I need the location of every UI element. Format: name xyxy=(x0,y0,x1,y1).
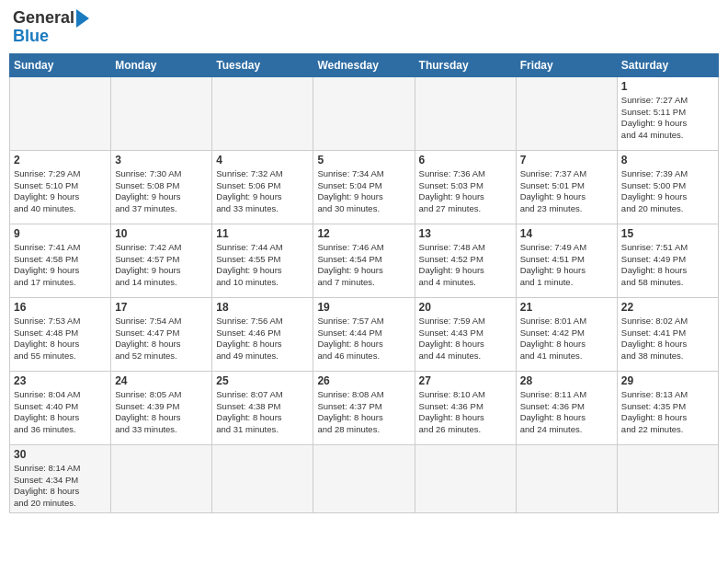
day-number: 9 xyxy=(14,227,107,240)
day-cell: 18Sunrise: 7:56 AM Sunset: 4:46 PM Dayli… xyxy=(212,297,313,371)
day-info: Sunrise: 7:37 AM Sunset: 5:01 PM Dayligh… xyxy=(520,168,586,213)
day-number: 16 xyxy=(14,301,107,314)
day-number: 12 xyxy=(317,227,410,240)
day-number: 18 xyxy=(216,301,309,314)
week-row-1: 1Sunrise: 7:27 AM Sunset: 5:11 PM Daylig… xyxy=(10,76,719,150)
day-info: Sunrise: 7:53 AM Sunset: 4:48 PM Dayligh… xyxy=(14,316,80,361)
logo-triangle-icon xyxy=(76,9,89,28)
day-cell: 9Sunrise: 7:41 AM Sunset: 4:58 PM Daylig… xyxy=(10,224,111,297)
day-info: Sunrise: 8:11 AM Sunset: 4:36 PM Dayligh… xyxy=(520,389,586,434)
day-cell xyxy=(111,444,212,512)
day-number: 4 xyxy=(216,154,309,167)
day-cell xyxy=(516,76,617,150)
day-number: 20 xyxy=(419,301,512,314)
day-cell xyxy=(313,76,415,150)
day-header-wednesday: Wednesday xyxy=(313,53,415,76)
day-info: Sunrise: 7:57 AM Sunset: 4:44 PM Dayligh… xyxy=(317,316,383,361)
day-cell: 21Sunrise: 8:01 AM Sunset: 4:42 PM Dayli… xyxy=(516,297,617,371)
day-cell: 17Sunrise: 7:54 AM Sunset: 4:47 PM Dayli… xyxy=(111,297,212,371)
day-info: Sunrise: 7:29 AM Sunset: 5:10 PM Dayligh… xyxy=(14,168,80,213)
day-info: Sunrise: 8:05 AM Sunset: 4:39 PM Dayligh… xyxy=(115,389,181,434)
day-cell xyxy=(415,76,516,150)
logo-text-blue: Blue xyxy=(13,28,49,46)
day-info: Sunrise: 7:54 AM Sunset: 4:47 PM Dayligh… xyxy=(115,316,181,361)
day-info: Sunrise: 7:56 AM Sunset: 4:46 PM Dayligh… xyxy=(216,316,282,361)
day-cell: 24Sunrise: 8:05 AM Sunset: 4:39 PM Dayli… xyxy=(111,371,212,444)
day-cell xyxy=(10,76,111,150)
day-header-tuesday: Tuesday xyxy=(212,53,313,76)
day-number: 22 xyxy=(621,301,714,314)
day-number: 2 xyxy=(14,154,107,167)
week-row-4: 16Sunrise: 7:53 AM Sunset: 4:48 PM Dayli… xyxy=(10,297,719,371)
day-cell: 6Sunrise: 7:36 AM Sunset: 5:03 PM Daylig… xyxy=(415,150,516,224)
day-info: Sunrise: 7:30 AM Sunset: 5:08 PM Dayligh… xyxy=(115,168,181,213)
day-cell xyxy=(212,444,313,512)
day-info: Sunrise: 7:27 AM Sunset: 5:11 PM Dayligh… xyxy=(621,95,688,140)
day-cell: 5Sunrise: 7:34 AM Sunset: 5:04 PM Daylig… xyxy=(313,150,415,224)
day-info: Sunrise: 8:02 AM Sunset: 4:41 PM Dayligh… xyxy=(621,316,688,361)
day-number: 14 xyxy=(520,227,613,240)
day-number: 24 xyxy=(115,374,208,387)
day-info: Sunrise: 7:59 AM Sunset: 4:43 PM Dayligh… xyxy=(419,316,485,361)
day-header-friday: Friday xyxy=(516,53,617,76)
day-number: 6 xyxy=(419,154,512,167)
day-cell: 1Sunrise: 7:27 AM Sunset: 5:11 PM Daylig… xyxy=(617,76,718,150)
day-info: Sunrise: 8:04 AM Sunset: 4:40 PM Dayligh… xyxy=(14,389,80,434)
day-cell xyxy=(415,444,516,512)
day-info: Sunrise: 7:51 AM Sunset: 4:49 PM Dayligh… xyxy=(621,242,688,287)
day-number: 1 xyxy=(621,80,714,93)
day-cell xyxy=(111,76,212,150)
day-number: 28 xyxy=(520,374,613,387)
day-cell xyxy=(516,444,617,512)
logo: General Blue xyxy=(13,9,89,46)
day-cell: 28Sunrise: 8:11 AM Sunset: 4:36 PM Dayli… xyxy=(516,371,617,444)
calendar-table: SundayMondayTuesdayWednesdayThursdayFrid… xyxy=(9,53,719,513)
day-number: 3 xyxy=(115,154,208,167)
day-number: 7 xyxy=(520,154,613,167)
day-info: Sunrise: 7:42 AM Sunset: 4:57 PM Dayligh… xyxy=(115,242,181,287)
day-info: Sunrise: 7:32 AM Sunset: 5:06 PM Dayligh… xyxy=(216,168,282,213)
day-cell xyxy=(313,444,415,512)
day-info: Sunrise: 7:44 AM Sunset: 4:55 PM Dayligh… xyxy=(216,242,282,287)
day-cell: 25Sunrise: 8:07 AM Sunset: 4:38 PM Dayli… xyxy=(212,371,313,444)
day-cell: 27Sunrise: 8:10 AM Sunset: 4:36 PM Dayli… xyxy=(415,371,516,444)
day-cell: 23Sunrise: 8:04 AM Sunset: 4:40 PM Dayli… xyxy=(10,371,111,444)
day-number: 26 xyxy=(317,374,410,387)
week-row-3: 9Sunrise: 7:41 AM Sunset: 4:58 PM Daylig… xyxy=(10,224,719,297)
day-cell: 16Sunrise: 7:53 AM Sunset: 4:48 PM Dayli… xyxy=(10,297,111,371)
day-cell: 8Sunrise: 7:39 AM Sunset: 5:00 PM Daylig… xyxy=(617,150,718,224)
day-cell: 2Sunrise: 7:29 AM Sunset: 5:10 PM Daylig… xyxy=(10,150,111,224)
day-cell xyxy=(212,76,313,150)
day-number: 11 xyxy=(216,227,309,240)
week-row-2: 2Sunrise: 7:29 AM Sunset: 5:10 PM Daylig… xyxy=(10,150,719,224)
day-cell: 3Sunrise: 7:30 AM Sunset: 5:08 PM Daylig… xyxy=(111,150,212,224)
day-cell xyxy=(617,444,718,512)
day-number: 15 xyxy=(621,227,714,240)
day-number: 27 xyxy=(419,374,512,387)
day-info: Sunrise: 8:14 AM Sunset: 4:34 PM Dayligh… xyxy=(14,463,80,508)
day-info: Sunrise: 7:41 AM Sunset: 4:58 PM Dayligh… xyxy=(14,242,80,287)
week-row-5: 23Sunrise: 8:04 AM Sunset: 4:40 PM Dayli… xyxy=(10,371,719,444)
day-number: 29 xyxy=(621,374,714,387)
logo-icon: General xyxy=(13,9,89,28)
day-cell: 14Sunrise: 7:49 AM Sunset: 4:51 PM Dayli… xyxy=(516,224,617,297)
header: General Blue xyxy=(9,9,719,46)
day-header-saturday: Saturday xyxy=(617,53,718,76)
day-number: 8 xyxy=(621,154,714,167)
day-number: 13 xyxy=(419,227,512,240)
day-info: Sunrise: 8:13 AM Sunset: 4:35 PM Dayligh… xyxy=(621,389,688,434)
day-cell: 15Sunrise: 7:51 AM Sunset: 4:49 PM Dayli… xyxy=(617,224,718,297)
day-cell: 13Sunrise: 7:48 AM Sunset: 4:52 PM Dayli… xyxy=(415,224,516,297)
day-cell: 29Sunrise: 8:13 AM Sunset: 4:35 PM Dayli… xyxy=(617,371,718,444)
logo-text-general: General xyxy=(13,9,74,28)
day-info: Sunrise: 7:48 AM Sunset: 4:52 PM Dayligh… xyxy=(419,242,485,287)
day-cell: 7Sunrise: 7:37 AM Sunset: 5:01 PM Daylig… xyxy=(516,150,617,224)
day-cell: 12Sunrise: 7:46 AM Sunset: 4:54 PM Dayli… xyxy=(313,224,415,297)
day-cell: 4Sunrise: 7:32 AM Sunset: 5:06 PM Daylig… xyxy=(212,150,313,224)
day-info: Sunrise: 7:36 AM Sunset: 5:03 PM Dayligh… xyxy=(419,168,485,213)
day-info: Sunrise: 8:07 AM Sunset: 4:38 PM Dayligh… xyxy=(216,389,282,434)
day-number: 23 xyxy=(14,374,107,387)
day-cell: 10Sunrise: 7:42 AM Sunset: 4:57 PM Dayli… xyxy=(111,224,212,297)
day-info: Sunrise: 7:46 AM Sunset: 4:54 PM Dayligh… xyxy=(317,242,383,287)
day-number: 25 xyxy=(216,374,309,387)
